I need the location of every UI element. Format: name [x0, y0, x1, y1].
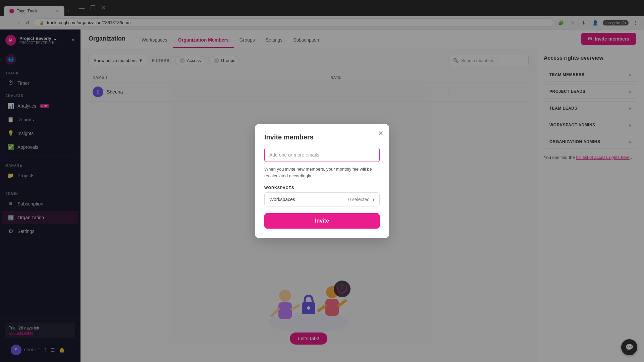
- email-input[interactable]: [264, 148, 380, 162]
- workspaces-section-label: WORKSPACES: [264, 186, 380, 190]
- modal-title: Invite members: [264, 133, 380, 141]
- workspace-select-right: 0 selected ▾: [348, 197, 375, 202]
- fee-notice: When you invite new members, your monthl…: [264, 166, 380, 179]
- workspace-chevron-icon: ▾: [372, 197, 375, 202]
- modal-overlay: ✕ Invite members When you invite new mem…: [0, 0, 644, 362]
- workspace-selected-count: 0 selected: [348, 197, 370, 202]
- modal-close-button[interactable]: ✕: [378, 129, 384, 137]
- workspace-dropdown[interactable]: Workspaces 0 selected ▾: [264, 192, 380, 206]
- workspace-dropdown-label: Workspaces: [269, 197, 295, 202]
- invite-members-modal: ✕ Invite members When you invite new mem…: [255, 124, 389, 238]
- invite-submit-button[interactable]: Invite: [264, 213, 380, 229]
